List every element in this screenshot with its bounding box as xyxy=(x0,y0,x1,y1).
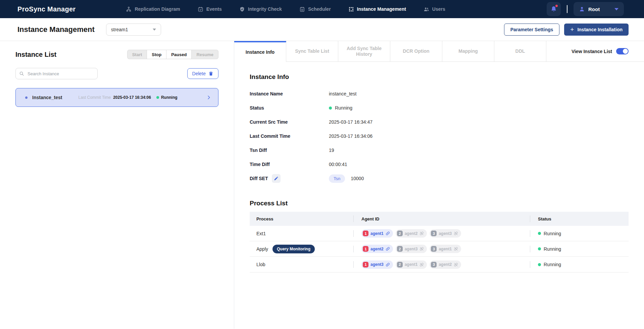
view-instance-list-toggle[interactable] xyxy=(616,48,629,54)
sitemap-icon xyxy=(126,6,132,12)
field-value: 00:00:41 xyxy=(329,162,347,167)
instance-list-header: Instance List StartStopPausedResume xyxy=(15,50,218,59)
chevron-down-icon xyxy=(153,29,156,31)
process-status: Running xyxy=(544,231,561,236)
status-dot-icon xyxy=(156,96,159,99)
agent-chip-agent2[interactable]: 2agent2 xyxy=(396,229,427,238)
users-icon xyxy=(424,6,429,12)
nav-item-integrity-check[interactable]: Integrity Check xyxy=(239,6,282,12)
link-icon xyxy=(386,231,390,236)
agent-chip-agent1[interactable]: 1agent1 xyxy=(361,229,393,238)
agent-number: 3 xyxy=(431,262,437,268)
column-divider xyxy=(353,261,354,268)
instance-detail-body: Instance Info Instance Name instance_tes… xyxy=(234,62,644,273)
app-logo: ProSync Manager xyxy=(17,5,76,13)
page-title: Instance Management xyxy=(17,25,95,34)
agent-name: agent1 xyxy=(439,247,452,251)
agent-chips: 1agent32agent13agent2 xyxy=(361,260,461,269)
notifications-button[interactable] xyxy=(547,2,561,16)
agent-chip-agent1[interactable]: 2agent1 xyxy=(396,260,427,269)
paused-button[interactable]: Paused xyxy=(166,50,192,59)
search-input[interactable] xyxy=(27,71,94,77)
stop-button[interactable]: Stop xyxy=(147,50,166,59)
process-status: Running xyxy=(544,246,561,252)
top-navbar: ProSync Manager Replication Diagram Even… xyxy=(0,0,644,18)
agent-name: agent2 xyxy=(370,247,384,251)
tab-dcr-option[interactable]: DCR Option xyxy=(390,41,442,62)
column-divider xyxy=(530,246,530,252)
link-off-icon xyxy=(454,262,458,267)
stream-select[interactable]: stream1 xyxy=(106,24,161,36)
field-label: Current Src Time xyxy=(250,119,288,125)
field-label: Diff SET xyxy=(250,176,268,181)
agent-chip-agent3[interactable]: 2agent3 xyxy=(396,245,427,253)
field-label: Tsn Diff xyxy=(250,148,267,153)
column-header-process: Process xyxy=(250,216,353,221)
agent-number: 3 xyxy=(431,231,437,236)
field-label: Last Commit Time xyxy=(250,133,290,139)
tsn-badge: Tsn xyxy=(329,174,345,183)
user-name: Root xyxy=(588,6,600,12)
link-icon xyxy=(386,262,390,267)
tab-bar: Instance InfoSync Table ListAdd Sync Tab… xyxy=(234,41,644,62)
tabbar-right: View Instance List xyxy=(546,41,644,62)
process-table-row: Apply Query Monitoring 1agent22agent33ag… xyxy=(250,241,629,257)
instance-list-title: Instance List xyxy=(15,51,56,58)
agent-chip-agent2[interactable]: 3agent2 xyxy=(430,260,461,269)
tab-mapping[interactable]: Mapping xyxy=(442,41,494,62)
user-menu-button[interactable]: Root xyxy=(574,2,624,16)
column-divider xyxy=(353,246,354,252)
process-table-rows: Ext1 1agent12agent23agent3 Running Apply… xyxy=(250,226,629,272)
page-header: Instance Management stream1 Parameter Se… xyxy=(0,18,644,41)
nav-item-instance-management[interactable]: Instance Management xyxy=(348,6,406,12)
agent-chip-agent2[interactable]: 1agent2 xyxy=(361,245,393,253)
navbar-right: Root xyxy=(547,2,624,16)
parameter-settings-button[interactable]: Parameter Settings xyxy=(504,24,560,36)
agent-number: 2 xyxy=(397,231,403,236)
process-list-section: Process List Process Agent ID Status xyxy=(250,200,629,273)
agent-chip-agent1[interactable]: 3agent1 xyxy=(430,245,461,253)
tab-sync-table-list[interactable]: Sync Table List xyxy=(286,41,338,62)
stream-select-value: stream1 xyxy=(111,27,128,32)
info-field-row: Time Diff 00:00:41 xyxy=(250,157,629,171)
query-monitoring-button[interactable]: Query Monitoring xyxy=(273,245,315,253)
delete-button[interactable]: Delete xyxy=(187,68,218,79)
agent-name: agent2 xyxy=(439,262,452,267)
instance-list-item[interactable]: Instance_test Last Commit Time 2025-03-1… xyxy=(15,88,218,107)
agent-number: 2 xyxy=(397,262,403,268)
view-instance-list-label: View Instance List xyxy=(572,49,612,54)
status-dot-icon xyxy=(538,232,541,235)
agent-chip-agent3[interactable]: 1agent3 xyxy=(361,260,393,269)
grid-dots-icon xyxy=(348,6,354,12)
chevron-down-icon xyxy=(614,8,618,10)
tab-instance-info[interactable]: Instance Info xyxy=(234,41,286,62)
last-commit-time: 2025-03-17 16:34:06 xyxy=(113,95,151,100)
nav-item-users[interactable]: Users xyxy=(424,6,445,12)
info-field-row: Instance Name instance_test xyxy=(250,87,629,101)
info-field-row: Last Commit Time 2025-03-17 16:34:06 xyxy=(250,129,629,143)
process-name: Ext1 xyxy=(256,231,266,236)
nav-item-events[interactable]: Events xyxy=(198,6,222,12)
edit-diff-set-button[interactable] xyxy=(272,174,281,183)
tab-ddl[interactable]: DDL xyxy=(494,41,546,62)
instance-installation-button[interactable]: + Instance Installation xyxy=(564,24,629,36)
field-value: instance_test xyxy=(329,91,357,96)
field-value-text: instance_test xyxy=(329,91,357,96)
notification-badge xyxy=(555,5,558,7)
process-table-row: Llob 1agent32agent13agent2 Running xyxy=(250,257,629,272)
instance-cards: Instance_test Last Commit Time 2025-03-1… xyxy=(15,88,218,107)
column-divider xyxy=(530,261,530,268)
field-label: Status xyxy=(250,105,264,111)
agent-chip-agent3[interactable]: 3agent3 xyxy=(430,229,461,238)
main-layout: Instance List StartStopPausedResume Dele… xyxy=(0,41,644,329)
process-table-header: Process Agent ID Status xyxy=(250,212,629,226)
status-dot-icon xyxy=(538,247,541,250)
detail-panel: Instance InfoSync Table ListAdd Sync Tab… xyxy=(234,41,644,329)
nav-item-scheduler[interactable]: Scheduler xyxy=(299,6,331,12)
nav-item-replication-diagram[interactable]: Replication Diagram xyxy=(126,6,180,12)
process-name: Llob xyxy=(256,262,265,267)
start-button: Start xyxy=(127,50,147,59)
tab-add-sync-table-history[interactable]: Add Sync Table History xyxy=(338,41,390,62)
main-nav: Replication Diagram Events Integrity Che… xyxy=(126,6,445,12)
info-field-row: Status Running xyxy=(250,101,629,115)
